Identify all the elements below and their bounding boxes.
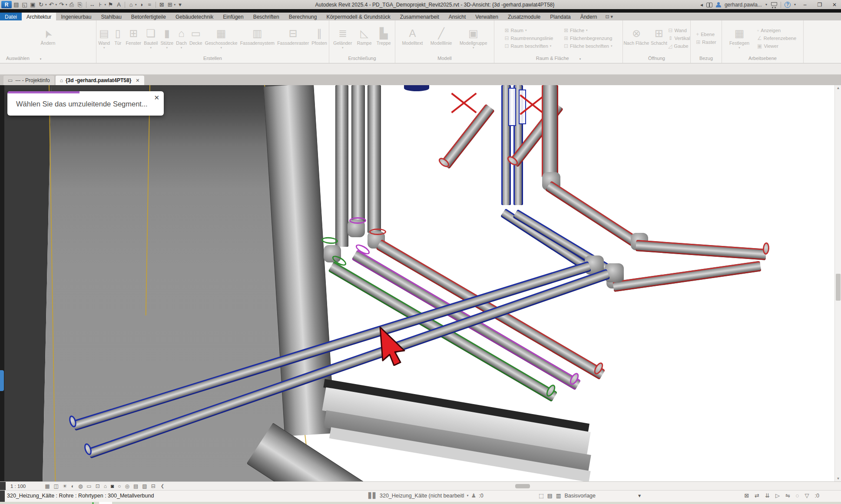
red-run-lower[interactable] — [613, 261, 761, 292]
aligned-dimension-icon-dropdown[interactable]: ▾ — [105, 3, 106, 7]
vertical-scrollbar-thumb[interactable] — [836, 274, 841, 301]
modellgruppe-button[interactable]: ▣Modellgruppe▾ — [459, 26, 488, 50]
sync-with-central-icon[interactable]: ↻ — [37, 1, 45, 9]
text-icon[interactable]: A — [115, 1, 123, 9]
design-options-icon[interactable]: ▥ — [556, 492, 561, 499]
schacht-button[interactable]: ⊞Schacht — [650, 26, 668, 50]
gel-nder-button[interactable]: ≣Geländer▾ — [333, 26, 352, 50]
panel-caption-dropdown-icon[interactable]: ▾ — [40, 57, 42, 60]
ribbon-tab--ndern[interactable]: Ändern — [576, 13, 602, 20]
collapsed-panel-handle[interactable] — [0, 370, 4, 391]
shadows-icon[interactable]: ◐ — [71, 483, 74, 489]
thin-lines-icon[interactable]: ≈ — [146, 1, 153, 9]
model-box-icon[interactable]: ⬚ — [539, 492, 544, 499]
active-design-option-select[interactable]: Basisvorlage — [564, 493, 596, 499]
raster-button[interactable]: ⊞Raster — [696, 39, 716, 45]
exclude-options-icon[interactable]: ⊠ — [744, 492, 749, 499]
horizontal-scrollbar-thumb[interactable] — [515, 484, 530, 488]
prompt-close-icon[interactable]: ✕ — [154, 94, 159, 102]
valve-handle-1[interactable] — [450, 90, 478, 117]
export-icon[interactable]: ⎘ — [76, 1, 84, 9]
t-r-button[interactable]: ▯Tür — [112, 26, 123, 50]
search-icon[interactable] — [706, 3, 712, 7]
vertical-scrollbar[interactable]: ▲ ▼ — [834, 85, 841, 481]
undo-icon-dropdown[interactable]: ▾ — [56, 3, 57, 7]
temporary-hide-isolate-icon[interactable]: ◙ — [111, 483, 114, 489]
rampe-button[interactable]: ◺Rampe — [357, 26, 372, 50]
referenzebene-button[interactable]: ∠Referenzebene — [757, 35, 796, 41]
minimize-button[interactable]: – — [799, 2, 811, 8]
drawing-area[interactable]: Wählen Sie das umzuleitende Segment... ✕ — [0, 85, 834, 481]
show-crop-icon[interactable]: ⊡ — [96, 483, 100, 489]
username[interactable]: gerhard.pawla... — [725, 2, 762, 8]
raumtrennungslinie-button[interactable]: ⊟Raumtrennungslinie — [505, 35, 553, 41]
gaube-button[interactable]: ◿Gaube — [668, 43, 690, 49]
wand-button[interactable]: ▤Wand▾ — [98, 26, 110, 50]
panel-caption[interactable]: Auswählen▾ — [0, 56, 96, 63]
list-icon[interactable]: ▤ — [547, 492, 553, 499]
ribbon-tab-ansicht[interactable]: Ansicht — [444, 13, 470, 20]
raum-button[interactable]: ⊠Raum▾ — [505, 27, 553, 33]
aligned-dimension-icon[interactable]: ⊦ — [97, 1, 104, 9]
ribbon-tab-ingenieurbau[interactable]: Ingenieurbau — [56, 13, 96, 20]
undo-icon[interactable]: ↶ — [48, 1, 55, 9]
open-icon[interactable]: ◱ — [21, 1, 28, 9]
revit-logo-icon[interactable]: R — [1, 1, 12, 8]
help-dropdown-icon[interactable]: ▾ — [794, 3, 796, 7]
red-run-cap[interactable] — [762, 242, 770, 255]
collapse-arrow-icon[interactable]: ❮ — [161, 484, 164, 488]
view-tab--projektinfo[interactable]: ▭--- - Projektinfo — [3, 76, 54, 85]
restore-button[interactable]: ❐ — [814, 2, 825, 8]
modelllinie-button[interactable]: ╱Modelllinie — [430, 26, 453, 50]
close-hidden-windows-icon[interactable]: ⊠ — [158, 1, 166, 9]
ebene-button[interactable]: +Ebene — [696, 31, 716, 37]
worksets-icon[interactable]: ▋▋ — [368, 492, 377, 499]
riser-pipe-1[interactable] — [335, 85, 348, 247]
switch-windows-icon-dropdown[interactable]: ▾ — [174, 3, 176, 7]
redo-icon[interactable]: ↷ — [58, 1, 65, 9]
back-arrow-icon[interactable]: ◂ — [700, 2, 703, 8]
sun-path-icon[interactable]: ☀ — [63, 483, 67, 489]
raum-beschriften-button[interactable]: ⊡Raum beschriften▾ — [505, 43, 553, 49]
treppe-button[interactable]: ▙Treppe — [376, 26, 391, 50]
fl-chenbegrenzung-button[interactable]: ⊞Flächenbegrenzung — [564, 35, 612, 41]
panel-toggle-dropdown-icon[interactable]: ▾ — [611, 14, 613, 20]
pfosten-button[interactable]: ∥Pfosten — [311, 26, 328, 50]
worksharing-display-icon[interactable]: ◎ — [125, 483, 129, 489]
ribbon-tab-architektur[interactable]: Architektur — [22, 13, 56, 20]
select-by-face-icon[interactable]: ⇋ — [785, 492, 790, 499]
fenster-button[interactable]: ⊞Fenster — [125, 26, 142, 50]
qat-customize-icon[interactable]: ▾ — [176, 1, 184, 9]
properties-icon[interactable]: ▤ — [13, 1, 20, 9]
geschossdecke-button[interactable]: ▦Geschossdecke▾ — [205, 26, 238, 50]
viewer-button[interactable]: ▣Viewer — [757, 43, 796, 49]
switch-windows-icon[interactable]: ⊞ — [166, 1, 174, 9]
filter-icon[interactable]: ▽ — [805, 492, 809, 499]
crop-view-icon[interactable]: ▭ — [86, 483, 91, 489]
store-cart-icon[interactable] — [771, 2, 777, 7]
editing-requests-icon[interactable]: ♟ — [471, 492, 477, 499]
reveal-hidden-icon[interactable]: ○ — [118, 483, 121, 489]
locked-view-icon[interactable]: ⌂ — [104, 483, 107, 489]
festlegen-button[interactable]: ▦Festlegen▾ — [729, 26, 750, 50]
wand-button[interactable]: ⊟Wand — [668, 27, 690, 33]
ribbon-tab-beschriften[interactable]: Beschriften — [248, 13, 284, 20]
reveal-constraints-icon[interactable]: ⊟ — [151, 483, 156, 489]
view-tab-close-icon[interactable]: ✕ — [136, 78, 139, 83]
scroll-down-icon[interactable]: ▼ — [836, 477, 840, 481]
sync-with-central-icon-dropdown[interactable]: ▾ — [45, 3, 47, 7]
view-scale-button[interactable]: 1 : 100 — [10, 484, 26, 489]
fl-che-button[interactable]: ⊠Fläche▾ — [564, 27, 612, 33]
panel-toggle-icon[interactable]: ⊡ — [605, 14, 609, 20]
ribbon-tab-stahlbau[interactable]: Stahlbau — [96, 13, 126, 20]
red-run-upper[interactable] — [636, 240, 766, 260]
temporary-view-properties-icon[interactable]: ▤ — [133, 483, 138, 489]
save-icon[interactable]: ▣ — [29, 1, 36, 9]
fassadenraster-button[interactable]: ⊟Fassadenraster — [277, 26, 309, 50]
blue-flange-1[interactable] — [508, 88, 516, 126]
ribbon-tab-geb-udetechnik[interactable]: Gebäudetechnik — [171, 13, 218, 20]
rendering-dialog-icon[interactable]: ◍ — [78, 483, 83, 489]
ribbon-tab-plandata[interactable]: Plandata — [545, 13, 575, 20]
user-dropdown-icon[interactable]: ▾ — [765, 3, 767, 7]
ribbon-tab-betonfertigteile[interactable]: Betonfertigteile — [126, 13, 171, 20]
